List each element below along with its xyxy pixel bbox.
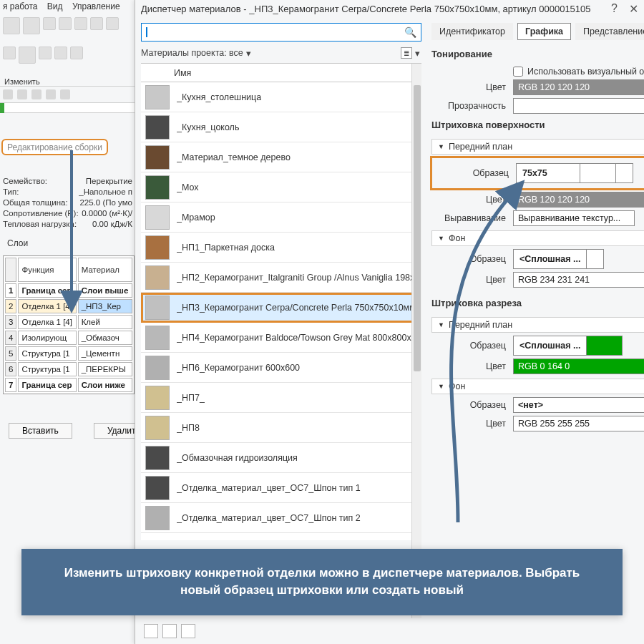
- pattern-swatch[interactable]: [616, 163, 633, 183]
- row-function[interactable]: Изолирующ: [18, 331, 76, 345]
- col-material[interactable]: Материал: [78, 258, 132, 282]
- ribbon-tool-icon[interactable]: [39, 47, 52, 59]
- tab-identity[interactable]: Идентификатор: [431, 23, 513, 40]
- row-material[interactable]: _Обмазоч: [78, 331, 132, 345]
- subhead-cut-bg[interactable]: ▼Фон: [431, 379, 644, 394]
- row-function[interactable]: Структура [1: [18, 346, 76, 361]
- table-row[interactable]: 5Структура [1_Цементн: [5, 346, 132, 361]
- row-function[interactable]: Отделка 1 [4]: [18, 315, 76, 329]
- close-button[interactable]: ✕: [629, 2, 638, 16]
- scrollbar-thumb[interactable]: [414, 85, 421, 371]
- ribbon-tool-icon[interactable]: [23, 17, 40, 34]
- ribbon-tool-icon[interactable]: [54, 47, 67, 59]
- subhead-foreground[interactable]: ▼Передний план: [431, 139, 644, 155]
- table-row[interactable]: 1Граница серСлои выше: [5, 283, 132, 298]
- collapse-icon[interactable]: ▼: [438, 321, 444, 328]
- ribbon-tool-icon[interactable]: [90, 17, 103, 30]
- table-row[interactable]: 6Структура [1_ПЕРЕКРЫ: [5, 362, 132, 376]
- collapse-icon[interactable]: ▼: [438, 235, 444, 242]
- search-icon[interactable]: 🔍: [404, 26, 416, 38]
- list-header-name[interactable]: Имя: [141, 64, 421, 82]
- surface-fg-color[interactable]: RGB 120 120 120: [513, 192, 644, 208]
- row-function[interactable]: Граница сер: [18, 283, 76, 298]
- menu-bar[interactable]: я работа Вид Управление: [0, 0, 135, 13]
- search-input[interactable]: 🔍: [141, 23, 421, 42]
- cut-bg-pattern[interactable]: <нет>: [513, 397, 644, 413]
- toolbar-icon[interactable]: [46, 89, 56, 99]
- tool-icon[interactable]: [181, 624, 195, 638]
- menu-item[interactable]: Вид: [47, 1, 63, 11]
- material-list[interactable]: _Кухня_столешница_Кухня_цоколь_Материал_…: [141, 82, 421, 540]
- material-item[interactable]: _Отделка_материал_цвет_ОС7_Шпон тип 1: [141, 473, 421, 503]
- tab-graphics[interactable]: Графика: [517, 23, 571, 40]
- view-dropdown-icon[interactable]: ▾: [415, 48, 420, 59]
- material-item[interactable]: _НП8: [141, 413, 421, 443]
- use-render-checkbox[interactable]: Использовать визуальный о: [513, 67, 644, 77]
- ribbon-tool-icon[interactable]: [106, 17, 119, 30]
- row-material[interactable]: Слои выше: [78, 283, 132, 298]
- pattern-swatch[interactable]: [587, 336, 623, 356]
- material-item[interactable]: _Мох: [141, 172, 421, 203]
- ribbon-tool-icon[interactable]: [43, 17, 56, 30]
- transparency-slider[interactable]: [513, 98, 644, 114]
- collapse-icon[interactable]: ▼: [438, 143, 444, 150]
- row-material[interactable]: _Цементн: [78, 346, 132, 361]
- collapse-icon[interactable]: ▼: [438, 383, 444, 390]
- row-function[interactable]: Отделка 1 [4]: [18, 299, 76, 313]
- material-item[interactable]: _Материал_темное дерево: [141, 142, 421, 172]
- layers-table[interactable]: ФункцияМатериал 1Граница серСлои выше2От…: [3, 255, 135, 394]
- tool-icon[interactable]: [162, 624, 177, 638]
- table-row[interactable]: 2Отделка 1 [4]_НП3_Кер: [5, 299, 132, 313]
- row-material[interactable]: _НП3_Кер: [78, 299, 132, 313]
- material-item[interactable]: _НП2_Керамогранит_Italgraniti Group /Aln…: [141, 263, 421, 293]
- row-material[interactable]: Слои ниже: [78, 378, 132, 392]
- surface-bg-pattern[interactable]: <Сплошная ...: [513, 249, 587, 269]
- shading-color[interactable]: RGB 120 120 120: [513, 79, 644, 95]
- view-mode-icon[interactable]: ≣: [401, 47, 412, 59]
- material-item[interactable]: _Обмазочная гидроизоляция: [141, 443, 421, 473]
- toolbar-icon[interactable]: [31, 89, 42, 99]
- col-function[interactable]: Функция: [18, 258, 76, 282]
- cut-fg-color[interactable]: RGB 0 164 0: [513, 358, 644, 374]
- help-button[interactable]: ?: [611, 2, 618, 16]
- cut-fg-pattern[interactable]: <Сплошная ...: [513, 336, 587, 356]
- material-item[interactable]: _Кухня_цоколь: [141, 112, 421, 142]
- row-function[interactable]: Граница сер: [18, 378, 76, 392]
- material-item[interactable]: _НП7_: [141, 383, 421, 413]
- toolbar-icon[interactable]: [3, 89, 13, 99]
- insert-button[interactable]: Вставить: [9, 423, 72, 439]
- material-item[interactable]: _Мрамор: [141, 203, 421, 233]
- material-item[interactable]: _Отделка_материал_цвет_ОС7_Шпон тип 2: [141, 503, 421, 533]
- surface-pattern[interactable]: 75x75: [516, 163, 580, 183]
- tool-icon[interactable]: [144, 624, 158, 638]
- menu-item[interactable]: я работа: [3, 1, 38, 11]
- material-item[interactable]: _Кухня_столешница: [141, 82, 421, 112]
- row-material[interactable]: Клей: [78, 315, 132, 329]
- pattern-swatch[interactable]: [580, 163, 616, 183]
- row-material[interactable]: _ПЕРЕКРЫ: [78, 362, 132, 376]
- material-item[interactable]: _НП6_Керамогранит 600х600: [141, 353, 421, 383]
- material-item[interactable]: _НП4_Керамогранит Baldoce/Towson Grey Ma…: [141, 323, 421, 353]
- ribbon-tool-icon[interactable]: [3, 17, 20, 34]
- ribbon-tool-icon[interactable]: [3, 47, 16, 59]
- material-item[interactable]: _НП1_Паркетная доска: [141, 233, 421, 263]
- table-row[interactable]: 3Отделка 1 [4]Клей: [5, 315, 132, 329]
- toolbar-icon[interactable]: [60, 89, 70, 99]
- filter-dropdown-icon[interactable]: ▾: [246, 48, 251, 59]
- ribbon-tool-icon[interactable]: [70, 47, 83, 59]
- scrollbar[interactable]: [411, 64, 421, 618]
- ribbon-tool-icon[interactable]: [74, 17, 87, 30]
- surface-bg-color[interactable]: RGB 234 231 241: [513, 272, 644, 288]
- row-function[interactable]: Структура [1: [18, 362, 76, 376]
- pattern-swatch[interactable]: [587, 249, 604, 269]
- cut-bg-color[interactable]: RGB 255 255 255: [513, 416, 644, 431]
- table-row[interactable]: 4Изолирующ_Обмазоч: [5, 331, 132, 345]
- alignment-button[interactable]: Выравнивание текстур...: [513, 210, 635, 226]
- menu-item[interactable]: Управление: [72, 1, 120, 11]
- toolbar-icon[interactable]: [17, 89, 27, 99]
- filter-label[interactable]: Материалы проекта: все: [141, 48, 243, 58]
- ribbon-tool-icon[interactable]: [19, 47, 36, 64]
- material-item[interactable]: _НП3_Керамогранит Cerpa/Concrete Perla 7…: [141, 293, 421, 323]
- tab-appearance[interactable]: Представление: [575, 23, 644, 40]
- table-row[interactable]: 7Граница серСлои ниже: [5, 378, 132, 392]
